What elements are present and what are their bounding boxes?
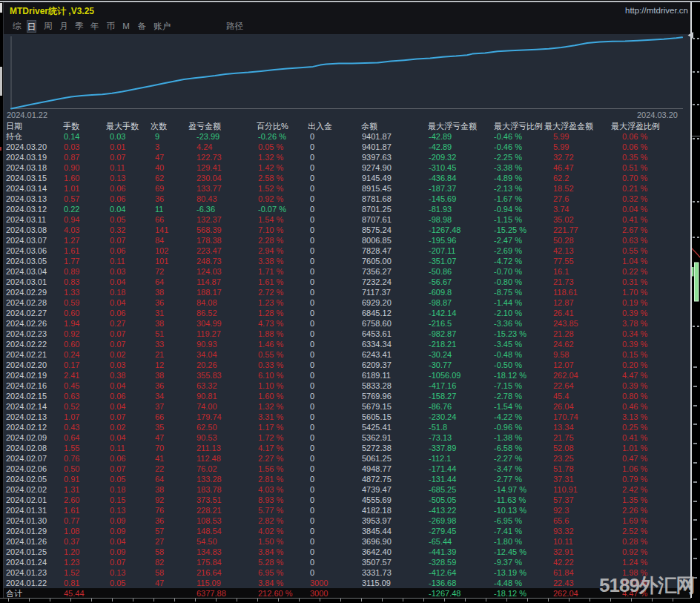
cell-mfpp: 0.20 % [622,360,647,371]
cell-count: 38 [155,484,164,495]
cell-lots: 0.17 [64,360,79,371]
chart-end-date-label: 2024.03.20 [637,111,678,119]
menu-item-4[interactable]: 月 [59,20,68,33]
price-scale-tick [693,201,696,202]
table-row: 2024.03.061.610.06102223.472.94 %07828.4… [4,246,690,256]
cell-pct: 2.27 % [258,453,283,464]
col-header-mfl: 最大浮亏金额 [428,121,477,132]
cell-mfl: -51.8 [429,422,447,433]
cell-lots: 1.61 [64,246,79,257]
cell-mfpp: 3.13 % [622,412,647,423]
time-axis-tick [320,599,320,602]
cell-mflp: -1.67 % [494,194,522,205]
cell-mfp: 32.72 [553,152,574,163]
cell-max_lots: 0.09 [110,547,125,558]
cell-mflp: -1.44 % [494,297,522,309]
menu-item-11[interactable]: 路径 [226,20,243,33]
cell-max_lots: 0.03 [110,360,125,371]
time-axis-tick [569,599,569,602]
cell-lots: 1.01 [64,183,79,194]
cell-date: 2024.03.12 [6,204,47,215]
time-axis-tick [506,599,507,602]
cell-inout: 0 [310,277,314,288]
cell-date: 2024.03.05 [6,256,47,267]
cell-count: 84 [155,235,164,246]
cell-pct: 3.84 % [258,578,283,589]
cell-mfl: -1056.09 [429,370,460,381]
cell-count: 66 [155,412,164,423]
menu-item-8[interactable]: M [122,20,130,33]
cell-inout: 0 [310,536,314,547]
cell-count: 47 [155,432,164,444]
cell-mflp: -7.15 % [494,380,522,392]
cell-mfpp: 1.70 % [622,287,647,298]
cell-mfpp: 0.39 % [622,339,647,350]
menu-item-1[interactable]: 综 [13,20,22,33]
menu-item-10[interactable]: 账户 [153,20,171,33]
cell-pct: 1.32 % [258,401,283,412]
menu-item-9[interactable]: 备 [137,20,147,33]
cell-balance: 9397.63 [362,152,392,163]
cell-mfpp: 0.25 % [622,422,647,433]
cell-mfp: 110.91 [553,484,578,495]
cell-mfp: 27.6 [553,194,569,205]
cell-max_lots: 0.15 [110,495,125,506]
cell-count: 102 [155,246,168,257]
cell-mfpp: 0.22 % [622,266,647,277]
cell-lots: 2.41 [64,370,79,381]
time-axis-tick [153,599,154,602]
cell-pl: 129.41 [197,162,222,174]
cell-max_lots: 0.04 [110,432,125,444]
menu-item-5[interactable]: 季 [75,20,84,33]
table-row: 2024.02.210.240.022134.040.55 %06243.41-… [4,349,690,360]
cell-mfpp: 1.01 % [622,443,647,454]
col-header-mfpp: 最大浮盈比例 [611,121,660,132]
cell-inout: 0 [310,266,314,277]
cell-mfp: 62.2 [553,173,569,184]
cell-mflp: -1.38 % [494,432,522,444]
cell-max_lots: 0.03 [110,131,125,142]
cell-date: 2024.02.27 [6,308,47,319]
cell-mfl: -269.98 [429,515,456,527]
menu-item-3[interactable]: 周 [43,20,53,33]
price-scale-tick [693,558,697,559]
menu-item-7[interactable]: 币 [106,20,115,33]
cell-date: 2024.01.23 [6,567,47,579]
cell-lots: 1.77 [64,256,79,267]
cell-mflp: -11.63 % [494,495,526,506]
cell-pl: 62.50 [197,422,217,433]
menu-item-2[interactable]: 日 [27,20,37,33]
cell-pl: 175.84 [197,557,222,568]
cell-date: 2024.02.13 [6,412,47,423]
table-row: 2024.02.090.640.044790.531.72 %05362.91-… [4,432,690,443]
price-scale-tick [693,237,696,238]
cell-lots: 0.89 [64,266,79,277]
cell-inout: 0 [310,349,314,360]
cell-lots: 0.83 [64,277,79,288]
cell-mfpp: 2.42 % [622,484,647,495]
table-row: 2024.03.084.030.32141568.397.10 %08575.2… [4,225,690,235]
cell-mfl: -42.89 [429,142,452,153]
cell-lots: 1.23 [64,557,79,568]
cell-date: 2024.03.08 [6,225,47,236]
cell-count: 82 [155,557,164,568]
col-header-mfp: 最大浮盈金额 [544,121,593,132]
cell-mfpp: 0.32 % [622,194,647,205]
cell-mfl: -98.98 [429,214,452,225]
cell-mfp: 46.47 [553,162,574,174]
cell-date: 2024.02.28 [6,297,47,309]
cell-lots: 0.37 [64,536,79,547]
cell-mflp: -2.10 % [494,308,522,319]
cell-balance: 8575.24 [362,225,392,236]
cell-pl: 248.73 [197,256,222,267]
cell-pl: 80.43 [197,194,217,205]
cell-mfp: 170.74 [553,412,578,423]
cell-mfl: -112.1 [429,453,451,464]
cell-mflp: -15.25 % [494,225,526,236]
cell-count: 141 [155,225,168,236]
time-axis-line [0,598,691,599]
cell-lots: 0.57 [64,194,79,205]
cell-count: 21 [155,349,164,360]
menu-item-6[interactable]: 年 [90,20,99,33]
app-url-link[interactable]: http://mtdriver.cn [625,6,688,15]
